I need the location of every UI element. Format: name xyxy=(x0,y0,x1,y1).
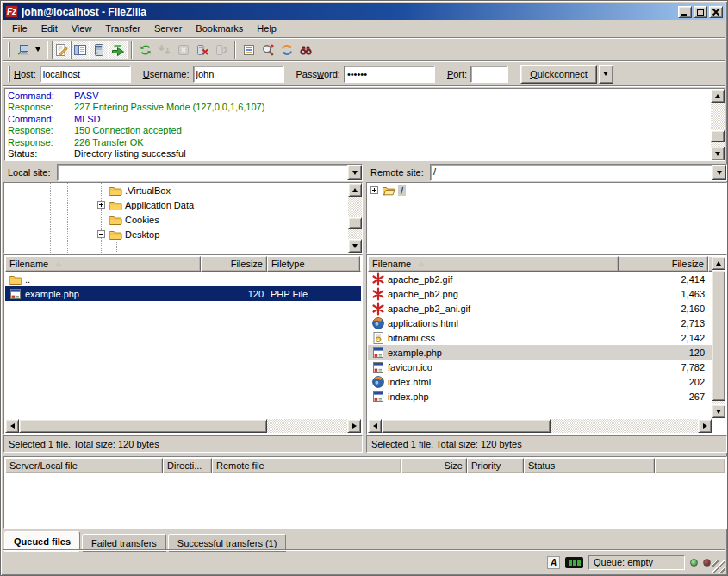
message-log[interactable]: Command:PASVResponse:227 Entering Passiv… xyxy=(4,88,725,161)
file-row[interactable]: index.html202 xyxy=(368,374,712,389)
queue-column-header-remote-file[interactable]: Remote file xyxy=(212,458,401,473)
host-input[interactable] xyxy=(40,66,131,83)
file-row[interactable]: apache_pb2_ani.gif2,160 xyxy=(368,301,712,316)
column-header-label: Status xyxy=(528,460,555,473)
reconnect-button[interactable] xyxy=(212,41,231,59)
directory-filters-button[interactable] xyxy=(240,41,258,59)
log-scrollbar[interactable] xyxy=(711,89,725,160)
column-header-filename[interactable]: Filename xyxy=(368,256,619,272)
file-list-hscrollbar[interactable] xyxy=(368,419,712,433)
port-input[interactable] xyxy=(470,66,508,83)
toggle-remote-tree-button[interactable] xyxy=(90,41,109,59)
local-file-list[interactable]: FilenameFilesizeFiletypeL..example.php12… xyxy=(3,254,363,435)
cancel-operation-button[interactable] xyxy=(174,41,193,59)
scroll-thumb[interactable] xyxy=(382,419,551,433)
refresh-button[interactable] xyxy=(136,41,155,59)
quickconnect-button[interactable]: Quickconnect xyxy=(520,65,597,84)
local-path-value[interactable] xyxy=(58,165,347,180)
scroll-up-button[interactable] xyxy=(711,89,725,103)
toolbar-grip[interactable] xyxy=(8,42,10,57)
file-row[interactable]: index.php267 xyxy=(368,389,712,404)
file-cell: 2,414 xyxy=(619,274,708,285)
file-row[interactable]: example.php120PHP File1 xyxy=(5,286,361,301)
scroll-down-button[interactable] xyxy=(712,404,725,418)
column-header-filesize[interactable]: Filesize xyxy=(619,256,708,272)
tree-item--virtualbox[interactable]: .VirtualBox xyxy=(4,183,362,197)
remote-file-list[interactable]: FilenameFilesizeapache_pb2.gif2,414apach… xyxy=(366,254,727,435)
tree-item-cookies[interactable]: Cookies xyxy=(4,212,362,227)
queue-column-header-server-local-file[interactable]: Server/Local file xyxy=(5,458,163,473)
disconnect-button[interactable] xyxy=(193,41,212,59)
find-files-button[interactable] xyxy=(296,41,315,59)
remote-path-combobox[interactable]: / xyxy=(430,164,727,181)
file-row[interactable]: applications.html2,713 xyxy=(368,316,712,330)
menu-item-transfer[interactable]: Transfer xyxy=(98,22,147,36)
expand-icon[interactable] xyxy=(97,201,105,209)
transfer-queue[interactable]: Server/Local fileDirecti...Remote fileSi… xyxy=(3,456,727,529)
column-header-l[interactable]: L xyxy=(360,256,361,272)
column-header-filename[interactable]: Filename xyxy=(5,256,201,272)
local-directory-tree[interactable]: .VirtualBoxApplication DataCookiesDeskto… xyxy=(3,182,363,254)
resize-grip[interactable] xyxy=(712,560,725,573)
tree-item-application-data[interactable]: Application Data xyxy=(4,197,362,212)
synchronized-browsing-button[interactable] xyxy=(277,41,296,59)
local-path-dropdown-button[interactable] xyxy=(347,165,362,180)
collapse-icon[interactable] xyxy=(97,230,105,238)
column-header-filetype[interactable]: Filetype xyxy=(267,256,360,272)
username-input[interactable] xyxy=(193,66,284,83)
expand-icon[interactable] xyxy=(370,186,378,194)
scroll-up-button[interactable] xyxy=(348,183,362,197)
file-row[interactable]: apache_pb2.gif2,414 xyxy=(368,272,712,286)
maximize-button[interactable] xyxy=(694,6,707,18)
scroll-right-button[interactable] xyxy=(698,419,712,433)
scroll-down-button[interactable] xyxy=(711,147,725,160)
local-tree-scrollbar[interactable] xyxy=(348,183,362,253)
scroll-up-button[interactable] xyxy=(712,256,725,270)
toggle-local-tree-button[interactable] xyxy=(71,41,90,59)
queue-column-header-priority[interactable]: Priority xyxy=(467,458,524,473)
scroll-left-button[interactable] xyxy=(5,419,19,433)
scroll-down-button[interactable] xyxy=(348,239,362,253)
minimize-button[interactable] xyxy=(678,6,692,18)
column-header-filesize[interactable]: Filesize xyxy=(201,256,267,272)
queue-column-header-size[interactable]: Size xyxy=(401,458,467,473)
remote-directory-tree[interactable]: / xyxy=(366,182,727,254)
file-list-vscrollbar[interactable] xyxy=(712,256,725,418)
file-row[interactable]: favicon.ico7,782 xyxy=(368,360,712,374)
queue-column-header-directi-[interactable]: Directi... xyxy=(163,458,212,473)
file-row[interactable]: apache_pb2.png1,463 xyxy=(368,286,712,301)
menu-item-server[interactable]: Server xyxy=(147,22,189,36)
scroll-thumb[interactable] xyxy=(348,217,362,229)
file-row[interactable]: example.php120 xyxy=(368,345,712,360)
file-list-hscrollbar[interactable] xyxy=(5,419,361,433)
local-path-combobox[interactable] xyxy=(57,164,363,181)
toggle-transfer-queue-button[interactable] xyxy=(109,41,128,59)
tree-item-desktop[interactable]: Desktop xyxy=(4,227,362,241)
menu-item-help[interactable]: Help xyxy=(250,22,283,36)
scroll-thumb[interactable] xyxy=(19,419,267,433)
scroll-thumb[interactable] xyxy=(711,130,725,142)
scroll-left-button[interactable] xyxy=(368,419,382,433)
quickconnect-grip[interactable] xyxy=(8,66,10,82)
close-button[interactable] xyxy=(709,6,723,18)
password-input[interactable] xyxy=(344,66,435,83)
menu-item-edit[interactable]: Edit xyxy=(34,22,65,36)
scroll-thumb[interactable] xyxy=(712,270,725,401)
menu-item-bookmarks[interactable]: Bookmarks xyxy=(189,22,250,36)
compare-directories-button[interactable] xyxy=(258,41,277,59)
remote-path-value[interactable]: / xyxy=(431,165,712,180)
site-manager-button[interactable] xyxy=(14,41,33,59)
toggle-message-log-button[interactable] xyxy=(52,41,71,59)
queue-column-header-status[interactable]: Status xyxy=(524,458,655,473)
site-manager-dropdown-button[interactable] xyxy=(33,41,43,59)
tree-item-root[interactable]: / xyxy=(367,183,726,197)
filezilla-app-icon[interactable]: Fz xyxy=(5,5,18,18)
file-row[interactable]: bitnami.css2,142 xyxy=(368,330,712,345)
file-row[interactable]: .. xyxy=(5,272,361,286)
remote-path-dropdown-button[interactable] xyxy=(712,165,726,180)
menu-item-file[interactable]: File xyxy=(5,22,34,36)
menu-item-view[interactable]: View xyxy=(65,22,99,36)
scroll-right-button[interactable] xyxy=(347,419,361,433)
quickconnect-dropdown-button[interactable] xyxy=(599,65,613,84)
process-queue-button[interactable] xyxy=(155,41,174,59)
